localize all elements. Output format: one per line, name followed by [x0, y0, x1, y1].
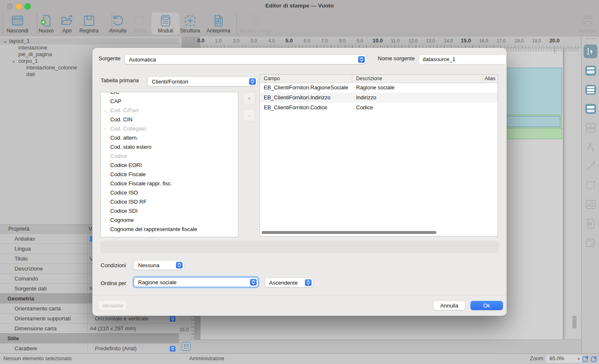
modules-button[interactable]: Moduli — [151, 12, 180, 35]
source-popup[interactable]: Automatica — [125, 55, 366, 64]
drag-handle[interactable] — [586, 38, 596, 39]
tree-item-label: pié_di_pagina — [18, 51, 52, 57]
fit-window-icon[interactable] — [582, 355, 589, 364]
detail-band-tool-button[interactable] — [584, 102, 597, 116]
date-tool-icon — [584, 236, 597, 249]
field-item[interactable]: Codice — [101, 152, 238, 161]
subsection-tool-icon — [584, 84, 597, 96]
ruler-number: 9.0 — [351, 38, 368, 43]
redo-icon — [126, 12, 154, 27]
field-item[interactable]: Cod. CIN — [101, 115, 238, 124]
canvas-horizontal-scrollbar[interactable] — [179, 339, 581, 354]
property-label: Comando — [15, 274, 38, 284]
property-label: Orientamento carta — [15, 304, 61, 314]
ruler-number: 18.0 — [511, 38, 527, 43]
column-header-alias[interactable]: Alias — [483, 75, 498, 83]
structure-icon — [176, 12, 204, 27]
table-row[interactable]: EB_ClientiFornitori.Indirizzo Indirizzo — [260, 93, 498, 103]
preview-label: Anteprima — [204, 28, 233, 34]
field-item[interactable]: Codice ISO — [101, 188, 238, 197]
ruler-number: 14.0 — [440, 38, 457, 43]
table-row[interactable]: EB_ClientiFornitori.RagioneSociale Ragio… — [260, 83, 498, 93]
field-item[interactable]: Cod. stato estero — [101, 143, 238, 152]
field-item[interactable]: Cod. altern. — [101, 133, 238, 143]
field-item[interactable]: ›Cod. C/Part. — [101, 106, 238, 115]
window-title: Editor di stampe — Vuoto — [0, 2, 599, 9]
tree-item-label: intestazione_colonne — [26, 64, 77, 71]
section-tool-button[interactable] — [584, 64, 597, 77]
ruler-number: 4.0 — [263, 38, 280, 43]
disclosure-icon[interactable]: › — [104, 124, 106, 133]
save-button[interactable]: Registra — [75, 12, 103, 35]
cell-descrizione: Codice — [352, 103, 486, 113]
disclosure-icon[interactable]: › — [104, 106, 106, 115]
cell-campo: EB_ClientiFornitori.RagioneSociale — [260, 83, 356, 93]
source-name-input[interactable]: datasource_1 — [419, 55, 506, 64]
fit-page-icon[interactable] — [591, 355, 598, 364]
hide-sidebar-button[interactable]: Nascondi — [3, 12, 32, 35]
popup-chevrons-icon[interactable] — [170, 316, 176, 322]
order-direction-popup[interactable]: Ascendente — [265, 278, 313, 287]
field-item[interactable]: Codice EORI — [101, 161, 238, 170]
table-horizontal-scrollbar[interactable] — [262, 231, 436, 234]
tree-item-layout[interactable]: ▾ layout_1 — [0, 38, 179, 44]
field-label: Codice SDI — [110, 208, 138, 214]
primary-table-popup[interactable]: Clienti/Fornitori — [148, 77, 257, 86]
html-band-tool-button: <> — [584, 121, 597, 135]
ruler-number: 1.0 — [210, 38, 227, 43]
structure-label: Struttura — [176, 28, 204, 34]
zoom-dropdown[interactable]: 85.0% ▾ — [546, 355, 583, 363]
field-item[interactable]: ›Cod. Collegato — [101, 124, 238, 133]
ok-button[interactable]: Ok — [470, 301, 503, 310]
column-header-campo[interactable]: Campo — [260, 75, 352, 83]
column-header-descrizione[interactable]: Descrizione — [352, 75, 483, 83]
field-item[interactable]: Codice Fiscale — [101, 170, 238, 179]
subsection-tool-button[interactable] — [584, 83, 597, 96]
primary-table-label: Tabella primaria — [101, 77, 139, 84]
dialog-footer-divider — [92, 295, 507, 295]
datasource-dialog: Sorgente Automatica Nome sorgente dataso… — [92, 48, 507, 316]
popup-chevrons-icon[interactable] — [170, 346, 176, 352]
field-item[interactable]: CAP — [101, 97, 238, 106]
field-item[interactable]: C/C — [101, 92, 238, 97]
preview-button[interactable]: Anteprima — [204, 12, 233, 35]
ruler-number: 20.0 — [546, 38, 563, 44]
print-button: Stampa — [573, 12, 599, 35]
pointer-tool-button[interactable] — [584, 44, 597, 58]
page-settings-icon[interactable] — [182, 342, 191, 351]
svg-text:<>: <> — [589, 124, 592, 128]
field-item[interactable]: Codice Fiscale rappr. fisc. — [101, 179, 238, 188]
ruler-number: 17.0 — [493, 38, 510, 43]
table-row[interactable]: EB_ClientiFornitori.Codice Codice — [260, 103, 498, 113]
modules-label: Moduli — [151, 28, 180, 34]
cancel-button[interactable]: Annulla — [433, 301, 465, 310]
remove-field-button[interactable]: - — [243, 109, 255, 121]
ruler-number: 5.0 — [281, 38, 297, 44]
field-item[interactable]: Cognome — [101, 216, 238, 225]
field-item[interactable]: Cognome del rappresentante fiscale — [101, 225, 238, 234]
primary-table-popup-value: Clienti/Fornitori — [152, 79, 188, 85]
field-item[interactable]: Codice ISO RF — [101, 197, 238, 207]
property-row-dimensione-carta[interactable]: Dimensione carta A4 (210 x 297 mm) — [0, 323, 179, 334]
add-field-button[interactable]: + — [243, 92, 255, 104]
image-tool-icon — [584, 198, 597, 211]
order-direction-popup-value: Ascendente — [269, 280, 298, 286]
property-row-carattere[interactable]: Carattere Predefinito (Arial) — [0, 343, 179, 354]
detail-band-tool-icon — [584, 103, 597, 115]
properties-section-stile: Stile — [0, 333, 179, 344]
field-label: Codice Fiscale rappr. fisc. — [110, 180, 172, 187]
field-label: C/C — [110, 92, 119, 95]
conditions-popup[interactable]: Nessuna — [134, 261, 184, 270]
property-value: Predefinito (Arial) — [95, 344, 136, 354]
ruler-number: 12.0 — [405, 38, 421, 43]
conditions-popup-value: Nessuna — [138, 262, 159, 268]
structure-button[interactable]: Struttura — [176, 12, 204, 35]
order-by-popup[interactable]: Ragione sociale — [134, 278, 258, 287]
selected-fields-table[interactable]: Campo Descrizione Alias EB_ClientiFornit… — [260, 75, 498, 236]
field-label: Cod. Collegato — [110, 125, 146, 132]
print-icon — [573, 12, 599, 27]
property-label: Sorgente dati — [15, 284, 47, 294]
available-fields-list[interactable]: C/C CAP ›Cod. C/Part. Cod. CIN ›Cod. Col… — [101, 92, 238, 237]
field-item[interactable]: Codice SDI — [101, 207, 238, 216]
page-number-tool-button — [584, 216, 597, 230]
